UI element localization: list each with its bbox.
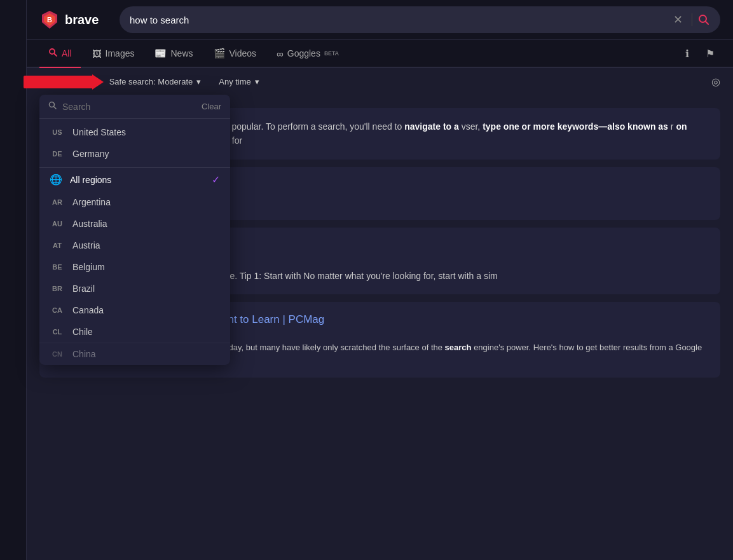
sidebar xyxy=(0,0,27,560)
at-name: Austria xyxy=(72,240,220,250)
dropdown-item-all-regions[interactable]: 🌐 All regions ✓ xyxy=(39,168,230,191)
br-name: Brazil xyxy=(72,283,220,294)
red-arrow-indicator xyxy=(24,76,93,88)
all-regions-name: All regions xyxy=(70,175,204,185)
navbar: B brave ✕ xyxy=(27,0,733,40)
main-content: B brave ✕ All 🖼 Images xyxy=(27,0,733,560)
search-divider xyxy=(692,13,692,26)
videos-tab-icon: 🎬 xyxy=(214,48,226,59)
region-dropdown: Clear US United States DE Germany 🌐 All … xyxy=(39,95,230,365)
tab-goggles-label: Goggles xyxy=(287,48,320,58)
dropdown-search-input[interactable] xyxy=(62,102,196,112)
us-name: United States xyxy=(72,127,220,137)
ca-name: Canada xyxy=(72,305,220,315)
info-action-button[interactable]: ℹ xyxy=(677,43,697,64)
dropdown-item-cl[interactable]: CL Chile xyxy=(39,321,230,343)
tab-news-label: News xyxy=(170,48,193,58)
au-code: AU xyxy=(50,220,65,228)
time-filter-label: Any time xyxy=(219,77,251,86)
time-filter-button[interactable]: Any time ▾ xyxy=(214,74,264,89)
cn-name: China xyxy=(72,349,220,359)
svg-line-6 xyxy=(55,54,57,57)
be-name: Belgium xyxy=(72,262,220,272)
at-code: AT xyxy=(50,242,65,249)
dropdown-item-at[interactable]: AT Austria xyxy=(39,235,230,256)
search-clear-button[interactable]: ✕ xyxy=(669,11,687,28)
dropdown-item-cn[interactable]: CN China xyxy=(39,343,230,365)
dropdown-item-au[interactable]: AU Australia xyxy=(39,213,230,235)
search-bar: ✕ xyxy=(120,6,720,33)
news-tab-icon: 📰 xyxy=(154,48,167,59)
tab-news[interactable]: 📰 News xyxy=(146,40,202,68)
dropdown-recent-section: US United States DE Germany xyxy=(39,119,230,168)
dropdown-item-be[interactable]: BE Belgium xyxy=(39,256,230,278)
dropdown-item-br[interactable]: BR Brazil xyxy=(39,278,230,299)
dropdown-country-list: 🌐 All regions ✓ AR Argentina AU Australi… xyxy=(39,168,230,365)
svg-point-5 xyxy=(50,49,55,54)
tab-images-label: Images xyxy=(106,48,135,58)
ar-code: AR xyxy=(50,198,65,206)
ca-code: CA xyxy=(50,306,65,314)
goggles-beta-badge: BETA xyxy=(324,50,339,57)
logo-text: brave xyxy=(65,13,99,27)
dropdown-search-icon xyxy=(48,101,57,112)
be-code: BE xyxy=(50,263,65,271)
safe-search-filter-label: Safe search: Moderate xyxy=(109,77,193,86)
search-submit-button[interactable] xyxy=(697,13,710,26)
svg-text:B: B xyxy=(47,16,52,24)
tab-videos[interactable]: 🎬 Videos xyxy=(205,40,266,68)
tab-all[interactable]: All xyxy=(39,40,81,68)
us-code: US xyxy=(50,128,65,136)
svg-line-4 xyxy=(706,22,709,25)
de-code: DE xyxy=(50,150,65,158)
dropdown-search-row: Clear xyxy=(39,95,230,119)
dropdown-item-ca[interactable]: CA Canada xyxy=(39,299,230,321)
tab-images[interactable]: 🖼 Images xyxy=(83,41,144,68)
safe-search-filter-button[interactable]: Safe search: Moderate ▾ xyxy=(104,74,207,89)
filter-bar: All regions ▾ Safe search: Moderate ▾ An… xyxy=(27,68,733,95)
dropdown-clear-button[interactable]: Clear xyxy=(202,102,221,111)
svg-line-8 xyxy=(54,107,57,109)
images-tab-icon: 🖼 xyxy=(92,48,102,59)
time-chevron-icon: ▾ xyxy=(255,77,259,86)
au-name: Australia xyxy=(72,219,220,229)
dropdown-item-us[interactable]: US United States xyxy=(39,121,230,143)
tab-all-label: All xyxy=(62,48,72,58)
check-icon: ✓ xyxy=(212,174,220,186)
tabs-bar: All 🖼 Images 📰 News 🎬 Videos ∞ Goggles B… xyxy=(27,40,733,68)
logo[interactable]: B brave xyxy=(39,10,109,30)
tab-goggles[interactable]: ∞ Goggles BETA xyxy=(268,41,348,68)
dropdown-item-de[interactable]: DE Germany xyxy=(39,143,230,165)
brave-logo-icon: B xyxy=(39,10,60,30)
dropdown-item-ar[interactable]: AR Argentina xyxy=(39,191,230,213)
ar-name: Argentina xyxy=(72,197,220,207)
cn-code: CN xyxy=(50,350,65,358)
globe-icon: 🌐 xyxy=(50,174,62,186)
tab-videos-label: Videos xyxy=(229,48,257,58)
goggles-tab-icon: ∞ xyxy=(277,48,284,59)
flag-action-button[interactable]: ⚑ xyxy=(700,43,720,64)
search-input[interactable] xyxy=(130,15,664,25)
safe-search-chevron-icon: ▾ xyxy=(196,77,201,86)
cl-name: Chile xyxy=(72,327,220,337)
de-name: Germany xyxy=(72,149,220,159)
br-code: BR xyxy=(50,285,65,292)
location-filter-button[interactable]: ◎ xyxy=(711,76,720,88)
search-tab-icon xyxy=(48,48,58,59)
search-submit-icon xyxy=(697,13,710,26)
cl-code: CL xyxy=(50,328,65,336)
